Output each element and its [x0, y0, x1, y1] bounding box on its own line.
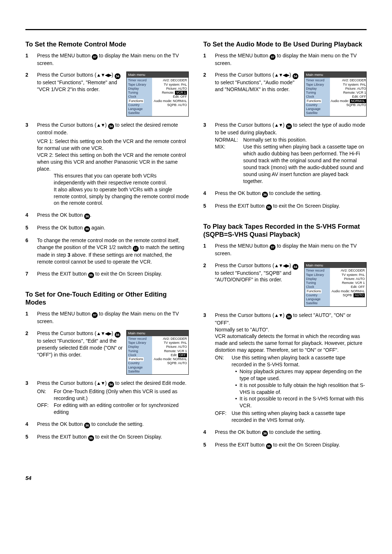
- ref-34: 34: [293, 264, 298, 270]
- remote-step-4: 4 Press the OK button 36.: [25, 212, 189, 219]
- edit-step-3: 3 Press the Cursor buttons (▲▼) 34 to se…: [25, 380, 189, 416]
- svhs-step-5: 5 Press the EXIT button 35 to exit the O…: [203, 441, 367, 449]
- ref-34: 34: [286, 314, 292, 319]
- osd-menu-audio: Main menu Timer recordTape LibraryDispla…: [304, 72, 367, 116]
- ref-36: 36: [262, 192, 268, 197]
- audio-step-4: 4 Press the OK button 36 to conclude the…: [203, 190, 367, 197]
- ref-34: 34: [108, 382, 114, 387]
- ref-35: 35: [266, 204, 272, 210]
- section-remote: To Set the Remote Control Mode 1 Press t…: [25, 40, 189, 278]
- ref-37: 37: [92, 54, 98, 60]
- heading-svhs: To Play back Tapes Recorded in the S-VHS…: [203, 223, 367, 239]
- column-left: To Set the Remote Control Mode 1 Press t…: [25, 40, 189, 461]
- remote-step-5: 5 Press the OK button 36 again.: [25, 224, 189, 232]
- ref-36: 36: [84, 423, 90, 428]
- ref-34: 34: [293, 73, 298, 79]
- remote-step-6: 6 To change the remote control mode on t…: [25, 237, 189, 265]
- audio-step-5: 5 Press the EXIT button 35 to exit the O…: [203, 203, 367, 210]
- heading-remote: To Set the Remote Control Mode: [25, 40, 189, 49]
- heading-edit: To Set for One-Touch Editing or Other Ed…: [25, 290, 189, 307]
- ref-37: 37: [92, 312, 98, 318]
- ref-37: 37: [270, 244, 275, 250]
- osd-menu-remote: Main menu Timer record Tape Library Disp…: [126, 72, 189, 116]
- top-rule: [25, 29, 367, 30]
- ref-34: 34: [115, 332, 121, 338]
- ref-34: 34: [115, 73, 121, 79]
- ref-36: 36: [84, 226, 90, 232]
- section-edit: To Set for One-Touch Editing or Other Ed…: [25, 290, 189, 441]
- menu-left-items: Timer record Tape Library Display Tuning…: [127, 78, 152, 116]
- svhs-step-4: 4 Press the OK button 36 to conclude the…: [203, 429, 367, 436]
- edit-step-4: 4 Press the OK button 36 to conclude the…: [25, 421, 189, 428]
- audio-step-1: 1 Press the MENU button 37 to display th…: [203, 52, 367, 67]
- ref-35: 35: [88, 435, 94, 441]
- osd-menu-sqpb: Main menu Timer recordTape LibraryDispla…: [304, 262, 367, 307]
- ref-36: 36: [262, 431, 268, 436]
- section-audio: To Set the Audio Mode to Be Used During …: [203, 40, 367, 210]
- section-svhs: To Play back Tapes Recorded in the S-VHS…: [203, 223, 367, 449]
- remote-step-7: 7 Press the EXIT button 35 to exit the O…: [25, 270, 189, 278]
- svhs-step-2: 2 Press the Cursor buttons (▲▼◀▶) 34 to …: [203, 262, 367, 307]
- osd-menu-edit: Main menu Timer recordTape LibraryDispla…: [126, 330, 189, 375]
- page-number: 54: [25, 474, 367, 482]
- audio-step-2: 2 Press the Cursor buttons (▲▼◀▶) 34 to …: [203, 72, 367, 116]
- remote-step-3: 3 Press the Cursor buttons (▲▼) 34 to se…: [25, 122, 189, 136]
- remote-vcr-defs: VCR 1: Select this setting on both the V…: [37, 138, 189, 207]
- svhs-step-3: 3 Press the Cursor buttons (▲▼) 34 to se…: [203, 312, 367, 424]
- column-right: To Set the Audio Mode to Be Used During …: [203, 40, 367, 461]
- ref-35: 35: [88, 272, 94, 278]
- remote-step-1: 1 Press the MENU button 37 to display th…: [25, 52, 189, 67]
- svhs-step-1: 1 Press the MENU button 37 to display th…: [203, 243, 367, 257]
- menu-right-items: AV2: DECODER TV system: PAL Picture: AUT…: [152, 78, 188, 116]
- content-columns: To Set the Remote Control Mode 1 Press t…: [25, 40, 367, 461]
- ref-35: 35: [266, 443, 272, 449]
- page-container: To Set the Remote Control Mode 1 Press t…: [0, 0, 392, 496]
- heading-audio: To Set the Audio Mode to Be Used During …: [203, 40, 367, 49]
- ref-36: 36: [84, 213, 90, 219]
- edit-step-2: 2 Press the Cursor buttons (▲▼◀▶) 34 to …: [25, 330, 189, 375]
- ref-17: 17: [133, 246, 139, 252]
- ref-34: 34: [108, 123, 114, 129]
- edit-step-1: 1 Press the MENU button 37 to display th…: [25, 310, 189, 325]
- edit-step-5: 5 Press the EXIT button 35 to exit the O…: [25, 433, 189, 441]
- audio-step-3: 3 Press the Cursor buttons (▲▼) 34 to se…: [203, 122, 367, 185]
- remote-step-2: 2 Press the Cursor buttons (▲▼◀▶) 34 to …: [25, 72, 189, 116]
- ref-37: 37: [270, 54, 275, 60]
- ref-34: 34: [286, 123, 292, 129]
